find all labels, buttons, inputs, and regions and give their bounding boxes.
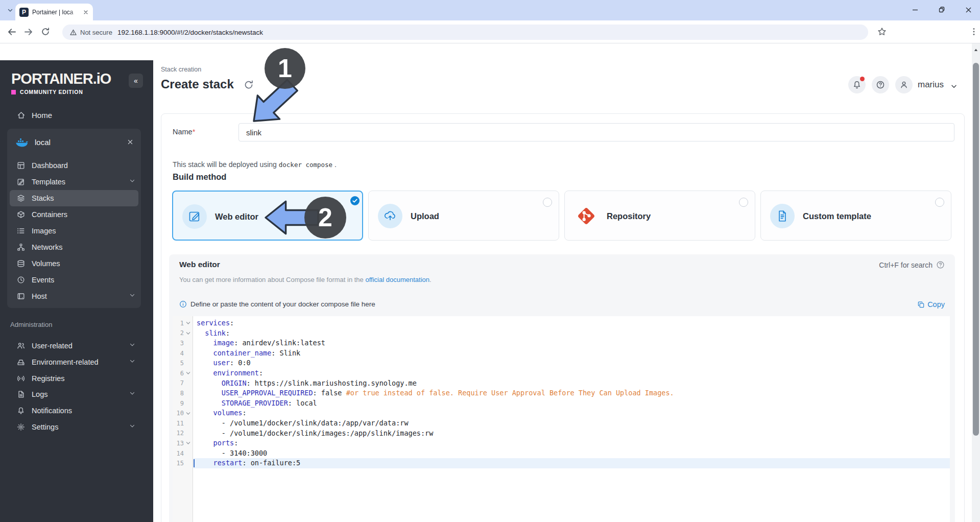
back-arrow-icon	[7, 27, 17, 37]
build-method-label: Web editor	[215, 192, 258, 242]
browser-tab[interactable]: P Portainer | loca	[15, 4, 93, 20]
sidebar-collapse-button[interactable]: «	[129, 74, 143, 88]
fold-toggle[interactable]	[184, 331, 192, 336]
code-line-9[interactable]: STORAGE_PROVIDER: local	[194, 398, 950, 409]
code-line-4[interactable]: container_name: Slink	[194, 348, 950, 359]
name-label: Name*	[173, 128, 195, 136]
sidebar-item-templates[interactable]: Templates	[0, 174, 153, 190]
build-method-custom-template[interactable]: Custom template	[760, 191, 951, 241]
warning-icon[interactable]	[69, 29, 77, 36]
sidebar-item-dashboard[interactable]: Dashboard	[0, 157, 153, 174]
code-line-10[interactable]: volumes:	[194, 408, 950, 418]
build-method-upload[interactable]: Upload	[368, 191, 559, 241]
build-method-label: Custom template	[803, 191, 871, 241]
stack-name-input[interactable]	[238, 123, 954, 141]
sidebar-item-containers[interactable]: Containers	[0, 206, 153, 223]
events-icon	[17, 276, 25, 284]
sidebar-item-logs[interactable]: Logs	[0, 386, 153, 402]
line-number: 8	[173, 388, 193, 398]
web-editor-panel: Web editor Ctrl+F for search You can get…	[169, 254, 955, 522]
code-line-5[interactable]: user: 0:0	[194, 358, 950, 368]
username[interactable]: marius	[918, 80, 944, 90]
method-radio[interactable]	[543, 198, 552, 207]
sidebar-item-host[interactable]: Host	[0, 288, 153, 304]
sidebar-item-volumes[interactable]: Volumes	[0, 255, 153, 272]
sidebar-item-networks[interactable]: Networks	[0, 239, 153, 255]
window-minimize-button[interactable]	[909, 3, 922, 16]
official-documentation-link[interactable]: official documentation	[365, 276, 429, 283]
sidebar-item-label: Stacks	[32, 194, 54, 202]
sidebar-item-home[interactable]: Home	[0, 107, 153, 123]
code-line-6[interactable]: environment:	[194, 368, 950, 378]
tab-close-icon[interactable]	[83, 9, 89, 15]
environment-local[interactable]: local	[0, 133, 153, 151]
sidebar-item-label: Host	[32, 292, 47, 300]
build-method-web-editor[interactable]: Web editor	[172, 191, 363, 241]
reload-button[interactable]	[41, 27, 50, 38]
build-method-label: Repository	[607, 191, 651, 241]
environments-icon	[17, 358, 25, 366]
window-close-button[interactable]	[962, 3, 975, 16]
code-line-11[interactable]: - /volume1/docker/slink/data:/app/var/da…	[194, 418, 950, 429]
scrollbar-thumb[interactable]	[973, 63, 979, 436]
sidebar-item-registries[interactable]: Registries	[0, 370, 153, 387]
line-number: 12	[173, 429, 193, 439]
build-method-repository[interactable]: Repository	[564, 191, 755, 241]
sidebar: PORTAINER.iO « COMMUNITY EDITION Home lo…	[0, 60, 153, 522]
search-help-icon[interactable]	[936, 260, 945, 271]
code-line-8[interactable]: USER_APPROVAL_REQUIRED: false #or true i…	[194, 388, 950, 398]
fold-toggle[interactable]	[184, 441, 192, 445]
notifications-button[interactable]	[848, 76, 866, 93]
forward-arrow-icon	[23, 27, 33, 37]
fold-toggle[interactable]	[184, 321, 192, 325]
sidebar-item-environment-related[interactable]: Environment-related	[0, 354, 153, 370]
code-editor[interactable]: 123456789101112131415 services: slink: i…	[173, 316, 950, 522]
breadcrumb[interactable]: Stack creation	[161, 66, 201, 73]
sidebar-item-user-related[interactable]: User-related	[0, 338, 153, 354]
sidebar-item-stacks[interactable]: Stacks	[10, 190, 138, 206]
url-bar[interactable]: Not secure 192.168.1.18:9000/#!/2/docker…	[62, 25, 868, 40]
sidebar-item-notifications[interactable]: Notifications	[0, 402, 153, 419]
build-method-label: Build method	[173, 172, 226, 182]
refresh-icon[interactable]	[244, 80, 254, 92]
code-line-7[interactable]: ORIGIN: https://slink.mariushosting.syno…	[194, 378, 950, 389]
user-chevron-icon[interactable]	[950, 82, 958, 92]
compose-info-text: You can get more information about Compo…	[179, 276, 432, 283]
scrollbar-up-icon[interactable]	[973, 45, 978, 55]
browser-toolbar: Not secure 192.168.1.18:9000/#!/2/docker…	[0, 20, 980, 43]
method-radio[interactable]	[739, 198, 748, 207]
browser-menu-icon[interactable]	[969, 27, 978, 38]
sidebar-item-events[interactable]: Events	[0, 272, 153, 288]
code-line-15[interactable]: restart: on-failure:5	[194, 458, 950, 468]
code-line-12[interactable]: - /volume1/docker/slink/images:/app/slin…	[194, 429, 950, 439]
settings-icon	[17, 423, 25, 431]
notifications-icon	[17, 407, 25, 415]
page-scrollbar[interactable]	[972, 43, 980, 522]
containers-icon	[17, 210, 25, 219]
edition-label: COMMUNITY EDITION	[20, 89, 83, 95]
code-line-2[interactable]: slink:	[194, 328, 950, 339]
code-line-3[interactable]: image: anirdev/slink:latest	[194, 338, 950, 348]
help-button[interactable]	[872, 76, 889, 93]
back-button[interactable]	[7, 27, 17, 39]
fold-toggle[interactable]	[184, 411, 192, 416]
bookmark-star-icon[interactable]	[877, 27, 887, 38]
sidebar-item-label: Images	[32, 227, 56, 235]
upload-icon	[384, 209, 397, 223]
sidebar-item-images[interactable]: Images	[0, 223, 153, 239]
tab-search-button[interactable]	[4, 4, 16, 16]
window-restore-button[interactable]	[935, 3, 948, 16]
code-line-13[interactable]: ports:	[194, 438, 950, 448]
fold-toggle[interactable]	[184, 371, 192, 375]
sidebar-item-label: Settings	[32, 423, 58, 431]
url-text[interactable]: 192.168.1.18:9000/#!/2/docker/stacks/new…	[117, 29, 263, 36]
forward-button[interactable]	[23, 27, 33, 39]
sidebar-item-settings[interactable]: Settings	[0, 419, 153, 435]
close-environment-icon[interactable]	[127, 138, 134, 146]
copy-button[interactable]: Copy	[917, 300, 945, 309]
user-menu-button[interactable]	[895, 76, 913, 93]
code-line-14[interactable]: - 3140:3000	[194, 448, 950, 459]
sidebar-item-label: Volumes	[32, 259, 60, 268]
method-radio[interactable]	[935, 198, 944, 207]
code-line-1[interactable]: services:	[194, 318, 950, 328]
